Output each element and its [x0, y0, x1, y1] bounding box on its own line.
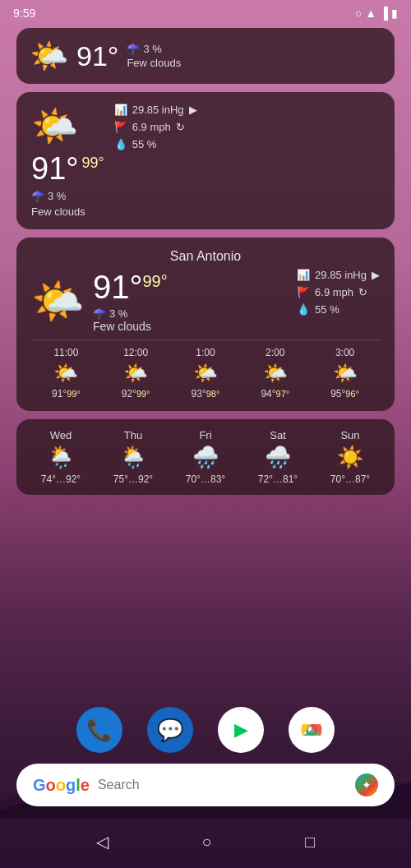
temp-hi-medium: 99° — [81, 155, 104, 172]
app-phone[interactable]: 📞 — [76, 707, 122, 753]
city-label: San Antonio — [31, 249, 380, 264]
wind-icon: 🚩 — [114, 121, 127, 133]
weather-icon-small: 🌤️ — [30, 38, 68, 74]
humidity-row: 💧 55 % — [114, 138, 197, 150]
wind-row-large: 🚩 6.9 mph ↻ — [297, 286, 367, 298]
app-play-store[interactable]: ▶ — [218, 707, 264, 753]
day-label: Thu — [124, 429, 142, 441]
hour-temp: 95°96° — [330, 388, 359, 399]
day-temp: 70°…87° — [330, 473, 370, 485]
hour-item: 11:00 🌤️ 91°99° — [52, 347, 81, 399]
rain-icon-medium: ☂️ — [31, 190, 44, 202]
hour-icon: 🌤️ — [53, 362, 78, 385]
search-input[interactable] — [98, 778, 347, 792]
hour-temp: 94°97° — [261, 388, 289, 399]
wind-row: 🚩 6.9 mph ↻ — [114, 121, 197, 133]
weather-widget-small[interactable]: 🌤️ 91° ☂️ 3 % Few clouds — [16, 28, 395, 84]
hour-time: 3:00 — [335, 347, 354, 358]
humidity-icon: 💧 — [114, 138, 127, 150]
day-icon: ☀️ — [337, 445, 363, 470]
day-icon: 🌦️ — [120, 445, 146, 470]
day-label: Sun — [340, 429, 359, 441]
mic-icon[interactable]: ✦ — [355, 773, 378, 796]
hourly-row: 11:00 🌤️ 91°99° 12:00 🌤️ 92°99° 1:00 🌤️ … — [31, 339, 380, 399]
hour-time: 11:00 — [53, 347, 78, 358]
humidity-icon-large: 💧 — [297, 303, 310, 316]
app-dock: 📞💬▶ — [0, 707, 411, 753]
rain-icon-small: ☂️ — [127, 43, 140, 55]
hour-temp: 92°99° — [122, 388, 150, 399]
day-label: Fri — [199, 429, 211, 441]
day-icon: 🌧️ — [265, 445, 291, 470]
weather-widget-weekly[interactable]: Wed 🌦️ 74°…92° Thu 🌦️ 75°…92° Fri 🌧️ 70°… — [16, 419, 395, 495]
hour-temp: 91°99° — [52, 388, 81, 399]
rain-icon-large: ☂️ — [93, 307, 106, 320]
day-label: Sat — [270, 429, 286, 441]
day-temp: 75°…92° — [113, 473, 153, 485]
hour-item: 1:00 🌤️ 93°98° — [192, 347, 220, 399]
hour-item: 3:00 🌤️ 95°96° — [330, 347, 359, 399]
weather-icon-medium: 🌤️ — [31, 104, 104, 148]
pressure-icon: 📊 — [114, 104, 127, 116]
temp-large: 91° — [93, 269, 143, 306]
search-bar[interactable]: Google ✦ — [16, 764, 395, 806]
day-item: Sat 🌧️ 72°…81° — [258, 429, 298, 485]
hour-time: 12:00 — [123, 347, 148, 358]
day-icon: 🌦️ — [48, 445, 74, 470]
time: 9:59 — [13, 7, 35, 20]
day-label: Wed — [50, 429, 72, 441]
pressure-row-large: 📊 29.85 inHg ▶ — [297, 269, 380, 281]
app-messages[interactable]: 💬 — [147, 707, 193, 753]
back-button[interactable]: ◁ — [96, 832, 109, 852]
status-icons: ○ ▲ ▐ ▮ — [355, 7, 398, 20]
day-icon: 🌧️ — [192, 445, 219, 470]
nav-bar: ◁ ○ □ — [0, 832, 411, 852]
recent-button[interactable]: □ — [305, 833, 315, 852]
signal-icon: ▐ — [380, 7, 388, 20]
hour-icon: 🌤️ — [193, 362, 218, 385]
hour-item: 2:00 🌤️ 94°97° — [261, 347, 289, 399]
circle-icon: ○ — [355, 7, 362, 20]
hour-item: 12:00 🌤️ 92°99° — [122, 347, 150, 399]
weather-widget-large[interactable]: San Antonio 🌤️ 91° 99° ☂️ 3 % Few clouds… — [16, 238, 395, 411]
condition-medium: Few clouds — [31, 205, 104, 218]
pressure-icon-large: 📊 — [297, 269, 310, 281]
weather-widget-medium[interactable]: 🌤️ 91° 99° ☂️ 3 % Few clouds 📊 29.85 inH… — [16, 92, 395, 229]
day-item: Wed 🌦️ 74°…92° — [41, 429, 81, 485]
pressure-row: 📊 29.85 inHg ▶ — [114, 104, 197, 116]
hour-temp: 93°98° — [192, 388, 220, 399]
battery-icon: ▮ — [391, 7, 398, 20]
temp-medium: 91° — [31, 151, 78, 187]
home-button[interactable]: ○ — [201, 833, 211, 852]
hour-icon: 🌤️ — [333, 362, 358, 385]
wind-icon-large: 🚩 — [297, 286, 310, 298]
hour-icon: 🌤️ — [263, 362, 288, 385]
hour-icon: 🌤️ — [123, 362, 148, 385]
humidity-row-large: 💧 55 % — [297, 303, 339, 316]
rain-pct-small: 3 % — [143, 43, 161, 55]
app-chrome[interactable] — [289, 707, 335, 753]
day-temp: 74°…92° — [41, 473, 81, 485]
day-temp: 72°…81° — [258, 473, 298, 485]
temp-small: 91° — [76, 40, 118, 72]
hour-time: 2:00 — [266, 347, 284, 358]
day-item: Fri 🌧️ 70°…83° — [186, 429, 225, 485]
day-temp: 70°…83° — [186, 473, 225, 485]
rain-medium: ☂️ 3 % — [31, 190, 104, 202]
hour-time: 1:00 — [196, 347, 215, 358]
weather-icon-large: 🌤️ — [31, 276, 85, 326]
wifi-icon: ▲ — [365, 7, 376, 20]
google-logo: Google — [33, 776, 90, 795]
condition-large: Few clouds — [93, 320, 168, 333]
condition-small: Few clouds — [127, 57, 181, 69]
status-bar: 9:59 ○ ▲ ▐ ▮ — [0, 0, 411, 23]
temp-hi-large: 99° — [143, 272, 168, 291]
day-item: Thu 🌦️ 75°…92° — [113, 429, 153, 485]
day-item: Sun ☀️ 70°…87° — [330, 429, 370, 485]
